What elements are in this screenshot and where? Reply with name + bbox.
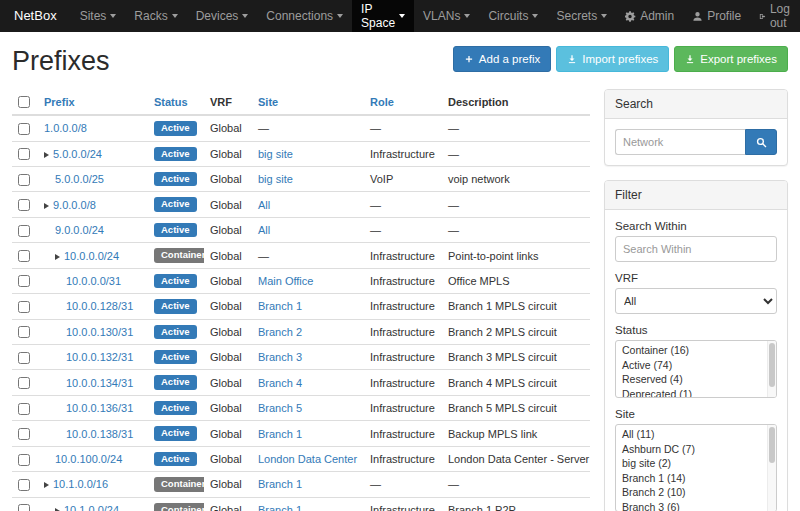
row-checkbox[interactable] bbox=[18, 250, 30, 262]
status-listbox-scrollbar[interactable] bbox=[767, 341, 776, 397]
prefix-link[interactable]: 9.0.0.0/8 bbox=[53, 199, 96, 211]
logout-link[interactable]: Log out bbox=[750, 0, 800, 32]
navbar-item-connections[interactable]: Connections bbox=[257, 0, 352, 32]
admin-link[interactable]: Admin bbox=[616, 0, 683, 32]
row-checkbox[interactable] bbox=[18, 326, 30, 338]
prefix-link[interactable]: 10.0.0.0/31 bbox=[66, 275, 121, 287]
site-option[interactable]: Branch 1 (14) bbox=[616, 471, 776, 486]
row-checkbox[interactable] bbox=[18, 123, 30, 135]
prefix-link[interactable]: 9.0.0.0/24 bbox=[55, 224, 104, 236]
prefix-link[interactable]: 10.0.0.128/31 bbox=[66, 300, 133, 312]
row-checkbox[interactable] bbox=[18, 275, 30, 287]
site-link[interactable]: big site bbox=[258, 148, 293, 160]
navbar-item-circuits[interactable]: Circuits bbox=[479, 0, 547, 32]
row-checkbox[interactable] bbox=[18, 428, 30, 440]
status-badge: Active bbox=[154, 452, 197, 466]
column-header-role[interactable]: Role bbox=[370, 96, 394, 108]
navbar-item-vlans[interactable]: VLANs bbox=[414, 0, 479, 32]
row-checkbox[interactable] bbox=[18, 403, 30, 415]
prefix-link[interactable]: 5.0.0.0/24 bbox=[53, 148, 102, 160]
search-input[interactable] bbox=[615, 129, 745, 155]
status-option[interactable]: Active (74) bbox=[616, 358, 776, 373]
prefix-link[interactable]: 10.0.0.130/31 bbox=[66, 326, 133, 338]
site-link[interactable]: Branch 1 bbox=[258, 428, 302, 440]
status-badge: Active bbox=[154, 147, 197, 161]
brand[interactable]: NetBox bbox=[0, 0, 71, 32]
row-checkbox[interactable] bbox=[18, 377, 30, 389]
site-listbox-scrollbar[interactable] bbox=[767, 425, 776, 511]
site-link[interactable]: All bbox=[258, 224, 270, 236]
site-link[interactable]: Branch 1 bbox=[258, 478, 302, 490]
sidebar: Search Filter Search Within VRF bbox=[604, 89, 788, 511]
site-option[interactable]: Branch 2 (10) bbox=[616, 485, 776, 500]
row-checkbox[interactable] bbox=[18, 225, 30, 237]
navbar-item-devices[interactable]: Devices bbox=[187, 0, 258, 32]
site-option[interactable]: big site (2) bbox=[616, 456, 776, 471]
search-within-input[interactable] bbox=[615, 236, 777, 262]
select-all-checkbox[interactable] bbox=[18, 96, 30, 108]
select-all-cell bbox=[12, 89, 38, 115]
search-button[interactable] bbox=[745, 129, 777, 155]
filter-panel: Filter Search Within VRF All Status Cont… bbox=[604, 180, 788, 511]
status-option[interactable]: Container (16) bbox=[616, 343, 776, 358]
status-cell: Active bbox=[148, 294, 204, 319]
row-checkbox-cell bbox=[12, 243, 38, 268]
navbar-item-ip-space[interactable]: IP Space bbox=[352, 0, 414, 32]
row-checkbox[interactable] bbox=[18, 301, 30, 313]
add-prefix-button[interactable]: Add a prefix bbox=[453, 46, 551, 72]
prefix-link[interactable]: 10.0.0.138/31 bbox=[66, 428, 133, 440]
row-checkbox[interactable] bbox=[18, 352, 30, 364]
column-header-vrf: VRF bbox=[204, 89, 252, 115]
prefix-link[interactable]: 1.0.0.0/8 bbox=[44, 122, 87, 134]
site-link[interactable]: London Data Center bbox=[258, 453, 357, 465]
site-link[interactable]: Branch 5 bbox=[258, 402, 302, 414]
site-option[interactable]: Ashburn DC (7) bbox=[616, 442, 776, 457]
navbar-item-sites[interactable]: Sites bbox=[71, 0, 126, 32]
row-checkbox[interactable] bbox=[18, 174, 30, 186]
profile-link[interactable]: Profile bbox=[683, 0, 750, 32]
site-link[interactable]: Branch 4 bbox=[258, 377, 302, 389]
status-cell: Active bbox=[148, 192, 204, 217]
site-link[interactable]: All bbox=[258, 199, 270, 211]
prefix-link[interactable]: 10.0.0.132/31 bbox=[66, 351, 133, 363]
vrf-cell: Global bbox=[204, 268, 252, 293]
prefix-link[interactable]: 5.0.0.0/25 bbox=[55, 173, 104, 185]
site-link[interactable]: Branch 1 bbox=[258, 504, 302, 511]
site-link[interactable]: Branch 1 bbox=[258, 300, 302, 312]
import-prefixes-button[interactable]: Import prefixes bbox=[556, 46, 669, 72]
prefix-link[interactable]: 10.1.0.0/16 bbox=[53, 478, 108, 490]
row-checkbox[interactable] bbox=[18, 504, 30, 511]
status-option[interactable]: Deprecated (1) bbox=[616, 387, 776, 399]
prefix-link[interactable]: 10.0.100.0/24 bbox=[55, 453, 122, 465]
column-header-site[interactable]: Site bbox=[258, 96, 278, 108]
description-cell: Backup MPLS link bbox=[442, 421, 590, 446]
column-header-status[interactable]: Status bbox=[154, 96, 188, 108]
export-prefixes-button[interactable]: Export prefixes bbox=[674, 46, 788, 72]
site-link[interactable]: Main Office bbox=[258, 275, 313, 287]
prefix-link[interactable]: 10.0.0.134/31 bbox=[66, 377, 133, 389]
row-checkbox[interactable] bbox=[18, 148, 30, 160]
description-cell: — bbox=[442, 115, 590, 141]
status-listbox[interactable]: Container (16)Active (74)Reserved (4)Dep… bbox=[615, 340, 777, 398]
row-checkbox[interactable] bbox=[18, 479, 30, 491]
prefix-link[interactable]: 10.1.0.0/24 bbox=[64, 504, 119, 511]
prefix-link[interactable]: 10.0.0.136/31 bbox=[66, 402, 133, 414]
status-option[interactable]: Reserved (4) bbox=[616, 372, 776, 387]
vrf-select[interactable]: All bbox=[615, 288, 777, 314]
site-link[interactable]: Branch 3 bbox=[258, 351, 302, 363]
row-checkbox[interactable] bbox=[18, 454, 30, 466]
row-checkbox[interactable] bbox=[18, 199, 30, 211]
column-header-prefix[interactable]: Prefix bbox=[44, 96, 75, 108]
site-link[interactable]: big site bbox=[258, 173, 293, 185]
expand-arrow-icon bbox=[44, 203, 49, 209]
navbar-item-racks[interactable]: Racks bbox=[125, 0, 186, 32]
column-header-description: Description bbox=[442, 89, 590, 115]
prefix-link[interactable]: 10.0.0.0/24 bbox=[64, 250, 119, 262]
status-cell: Container bbox=[148, 243, 204, 268]
vrf-cell: Global bbox=[204, 141, 252, 166]
site-option[interactable]: Branch 3 (6) bbox=[616, 500, 776, 511]
site-link[interactable]: Branch 2 bbox=[258, 326, 302, 338]
site-option[interactable]: All (11) bbox=[616, 427, 776, 442]
navbar-item-secrets[interactable]: Secrets bbox=[547, 0, 616, 32]
site-listbox[interactable]: All (11)Ashburn DC (7)big site (2)Branch… bbox=[615, 424, 777, 511]
